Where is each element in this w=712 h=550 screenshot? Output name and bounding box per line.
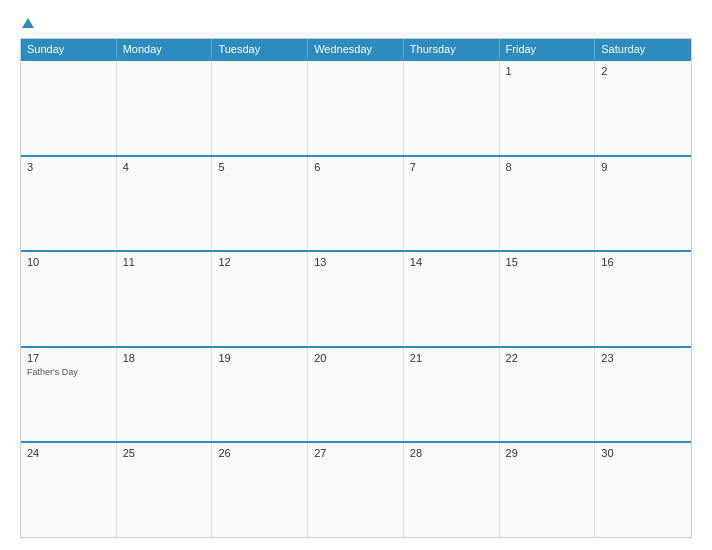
- day-number: 30: [601, 447, 685, 459]
- day-number: 16: [601, 256, 685, 268]
- cal-cell-w2-d0: 10: [21, 252, 117, 346]
- cal-cell-w3-d5: 22: [500, 348, 596, 442]
- calendar: Sunday Monday Tuesday Wednesday Thursday…: [20, 38, 692, 538]
- day-number: 2: [601, 65, 685, 77]
- col-monday: Monday: [117, 39, 213, 59]
- cal-cell-w1-d5: 8: [500, 157, 596, 251]
- cal-cell-w3-d3: 20: [308, 348, 404, 442]
- day-number: 10: [27, 256, 110, 268]
- day-number: 25: [123, 447, 206, 459]
- cal-cell-w3-d2: 19: [212, 348, 308, 442]
- col-wednesday: Wednesday: [308, 39, 404, 59]
- calendar-body: 1234567891011121314151617Father's Day181…: [21, 59, 691, 537]
- day-number: 8: [506, 161, 589, 173]
- day-number: 21: [410, 352, 493, 364]
- cal-cell-w1-d3: 6: [308, 157, 404, 251]
- calendar-header-row: Sunday Monday Tuesday Wednesday Thursday…: [21, 39, 691, 59]
- cal-cell-w1-d6: 9: [595, 157, 691, 251]
- cal-cell-w0-d4: [404, 61, 500, 155]
- cal-cell-w4-d6: 30: [595, 443, 691, 537]
- cal-cell-w3-d1: 18: [117, 348, 213, 442]
- cal-cell-w3-d0: 17Father's Day: [21, 348, 117, 442]
- cal-cell-w3-d6: 23: [595, 348, 691, 442]
- day-number: 11: [123, 256, 206, 268]
- day-number: 3: [27, 161, 110, 173]
- cal-cell-w2-d1: 11: [117, 252, 213, 346]
- day-number: 4: [123, 161, 206, 173]
- header: [20, 18, 692, 30]
- day-number: 28: [410, 447, 493, 459]
- cal-cell-w0-d0: [21, 61, 117, 155]
- cal-cell-w4-d1: 25: [117, 443, 213, 537]
- event-label: Father's Day: [27, 367, 110, 377]
- day-number: 24: [27, 447, 110, 459]
- week-row-2: 10111213141516: [21, 250, 691, 346]
- day-number: 5: [218, 161, 301, 173]
- cal-cell-w1-d1: 4: [117, 157, 213, 251]
- col-saturday: Saturday: [595, 39, 691, 59]
- cal-cell-w0-d3: [308, 61, 404, 155]
- cal-cell-w4-d2: 26: [212, 443, 308, 537]
- week-row-0: 12: [21, 59, 691, 155]
- day-number: 20: [314, 352, 397, 364]
- col-friday: Friday: [500, 39, 596, 59]
- cal-cell-w2-d4: 14: [404, 252, 500, 346]
- logo: [20, 18, 34, 30]
- day-number: 13: [314, 256, 397, 268]
- cal-cell-w0-d6: 2: [595, 61, 691, 155]
- cal-cell-w1-d0: 3: [21, 157, 117, 251]
- col-tuesday: Tuesday: [212, 39, 308, 59]
- week-row-4: 24252627282930: [21, 441, 691, 537]
- cal-cell-w1-d4: 7: [404, 157, 500, 251]
- cal-cell-w4-d3: 27: [308, 443, 404, 537]
- day-number: 17: [27, 352, 110, 364]
- col-thursday: Thursday: [404, 39, 500, 59]
- cal-cell-w1-d2: 5: [212, 157, 308, 251]
- cal-cell-w4-d5: 29: [500, 443, 596, 537]
- cal-cell-w2-d5: 15: [500, 252, 596, 346]
- cal-cell-w2-d6: 16: [595, 252, 691, 346]
- cal-cell-w0-d5: 1: [500, 61, 596, 155]
- week-row-1: 3456789: [21, 155, 691, 251]
- day-number: 6: [314, 161, 397, 173]
- calendar-page: Sunday Monday Tuesday Wednesday Thursday…: [0, 0, 712, 550]
- day-number: 19: [218, 352, 301, 364]
- day-number: 15: [506, 256, 589, 268]
- cal-cell-w4-d0: 24: [21, 443, 117, 537]
- day-number: 27: [314, 447, 397, 459]
- day-number: 14: [410, 256, 493, 268]
- week-row-3: 17Father's Day181920212223: [21, 346, 691, 442]
- day-number: 1: [506, 65, 589, 77]
- logo-triangle-icon: [22, 18, 34, 28]
- cal-cell-w2-d3: 13: [308, 252, 404, 346]
- day-number: 22: [506, 352, 589, 364]
- day-number: 9: [601, 161, 685, 173]
- day-number: 23: [601, 352, 685, 364]
- cal-cell-w3-d4: 21: [404, 348, 500, 442]
- day-number: 29: [506, 447, 589, 459]
- day-number: 18: [123, 352, 206, 364]
- col-sunday: Sunday: [21, 39, 117, 59]
- cal-cell-w0-d1: [117, 61, 213, 155]
- day-number: 26: [218, 447, 301, 459]
- day-number: 12: [218, 256, 301, 268]
- cal-cell-w4-d4: 28: [404, 443, 500, 537]
- cal-cell-w2-d2: 12: [212, 252, 308, 346]
- cal-cell-w0-d2: [212, 61, 308, 155]
- day-number: 7: [410, 161, 493, 173]
